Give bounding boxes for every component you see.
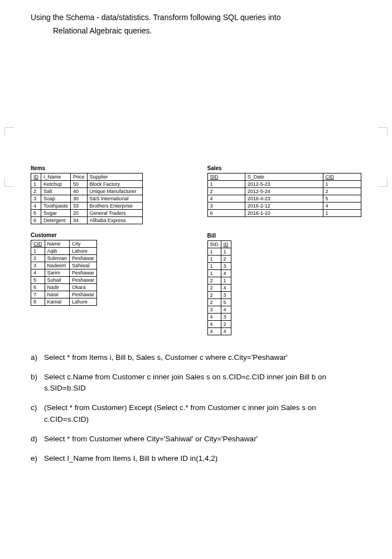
table-row: 42016-4-235 xyxy=(207,195,361,202)
question-label: b) xyxy=(31,372,44,395)
table-cell: 4 xyxy=(207,327,221,335)
col-header: S_Date xyxy=(245,173,323,180)
table-row: 62016-1-101 xyxy=(207,209,361,216)
table-row: 3Soap30S&S International xyxy=(31,195,143,202)
table-cell: 3 xyxy=(207,306,221,313)
question: d)Select * from Customer where City='Sah… xyxy=(31,433,361,445)
bill-header-row: SID ID xyxy=(207,240,231,248)
table-cell: 2 xyxy=(221,255,231,262)
bill-table: SID ID 111213142124232534434244 xyxy=(207,240,231,335)
table-cell: 1 xyxy=(221,248,231,255)
table-cell: Ketchup xyxy=(41,180,71,187)
table-cell: Peshawar xyxy=(70,291,97,298)
sales-header-row: SID S_Date CID xyxy=(207,173,361,180)
table-row: 1Ketchup50Block Factory xyxy=(31,180,143,187)
question-text: Select * from Items i, Bill b, Sales s, … xyxy=(44,352,361,364)
question: b)Select c.Name from Customer c inner jo… xyxy=(31,372,361,395)
customer-table: CID Name City 1AqibLahore2SulemanPeshawa… xyxy=(31,240,97,306)
table-cell: 34 xyxy=(71,216,88,224)
table-cell: 8 xyxy=(31,298,45,305)
table-cell: 2012-5-23 xyxy=(245,180,323,187)
table-row: 4Toothpaste33Brothers Enterprise xyxy=(31,202,143,209)
question-text: (Select * from Customer) Except (Select … xyxy=(44,402,361,426)
bill-table-title: Bill xyxy=(207,233,362,239)
table-row: 24 xyxy=(207,284,231,291)
table-cell: 2 xyxy=(207,291,221,298)
table-cell: Sahiwal xyxy=(70,262,97,269)
items-header-row: ID I_Name Price Supplier xyxy=(31,173,143,180)
items-table-title: Items xyxy=(31,165,185,171)
table-cell: 4 xyxy=(31,269,45,276)
table-cell: S&S International xyxy=(87,195,142,202)
table-cell: 20 xyxy=(71,209,88,216)
table-cell: 3 xyxy=(31,262,45,269)
intro-line-2: Relational Algebraic queries. xyxy=(31,25,361,38)
table-row: 43 xyxy=(207,313,231,320)
table-cell: General Traders xyxy=(87,209,142,216)
table-cell: 4 xyxy=(207,320,221,327)
table-row: 12012-5-231 xyxy=(207,180,361,187)
table-cell: Okara xyxy=(70,283,97,291)
table-cell: 1 xyxy=(207,180,245,187)
intro-line-1: Using the Schema - data/statistics. Tran… xyxy=(31,11,361,25)
table-cell: Nadeem xyxy=(45,262,70,269)
table-cell: 4 xyxy=(221,327,231,335)
table-row: 14 xyxy=(207,269,231,277)
table-row: 5Sugar20General Traders xyxy=(31,209,143,216)
document-page: Using the Schema - data/statistics. Tran… xyxy=(0,0,392,495)
table-row: 11 xyxy=(207,248,231,255)
col-header: Supplier xyxy=(87,173,142,180)
table-cell: 2016-2-12 xyxy=(245,202,323,209)
table-cell: 6 xyxy=(31,216,41,224)
col-header: Name xyxy=(45,240,70,247)
question-text: Select I_Name from Items I, Bill b where… xyxy=(44,453,361,465)
table-row: 22012-5-242 xyxy=(207,187,361,195)
table-cell: 33 xyxy=(71,202,88,209)
question-text: Select c.Name from Customer c inner join… xyxy=(44,372,361,395)
table-cell: Sohail xyxy=(45,276,70,283)
table-row: 3NadeemSahiwal xyxy=(31,262,97,269)
table-row: 12 xyxy=(207,255,231,262)
table-row: 4SarimPeshawar xyxy=(31,269,97,276)
table-cell: 1 xyxy=(207,269,221,277)
table-cell: 2 xyxy=(207,298,221,306)
crop-mark xyxy=(4,177,14,187)
table-cell: 5 xyxy=(221,298,231,306)
table-cell: 3 xyxy=(31,195,41,202)
question-label: a) xyxy=(31,352,44,364)
table-cell: Lahore xyxy=(70,298,97,305)
table-cell: 1 xyxy=(207,255,221,262)
table-cell: 6 xyxy=(207,209,245,216)
table-row: 42 xyxy=(207,320,231,327)
sales-table: SID S_Date CID 12012-5-23122012-5-242420… xyxy=(207,173,362,217)
table-cell: Salt xyxy=(41,187,71,195)
col-header: I_Name xyxy=(41,173,71,180)
intro-text: Using the Schema - data/statistics. Tran… xyxy=(31,11,361,38)
question-label: e) xyxy=(31,453,44,465)
table-row: 6Detergent34Alibaba Express xyxy=(31,216,143,224)
table-cell: 1 xyxy=(207,248,221,255)
table-cell: 2 xyxy=(207,284,221,291)
crop-mark xyxy=(4,127,14,137)
table-cell: Alibaba Express xyxy=(87,216,142,224)
schema-diagram: Items ID I_Name Price Supplier 1Ketchup5… xyxy=(31,161,361,335)
table-cell: Sarim xyxy=(45,269,70,276)
table-cell: Kamal xyxy=(45,298,70,305)
schema-left-column: Items ID I_Name Price Supplier 1Ketchup5… xyxy=(31,161,185,335)
col-header: CID xyxy=(326,174,335,180)
table-row: 32016-2-124 xyxy=(207,202,361,209)
table-cell: 3 xyxy=(207,202,245,209)
customer-table-title: Customer xyxy=(31,232,185,238)
table-cell: 2 xyxy=(323,187,361,195)
table-cell: 2 xyxy=(31,254,45,262)
schema-right-column: Sales SID S_Date CID 12012-5-23122012-5-… xyxy=(207,161,362,335)
table-cell: 2 xyxy=(221,320,231,327)
table-cell: 3 xyxy=(221,313,231,320)
table-cell: 1 xyxy=(31,247,45,254)
table-cell: 5 xyxy=(31,276,45,283)
table-cell: 4 xyxy=(31,202,41,209)
table-cell: 2 xyxy=(207,187,245,195)
table-cell: 50 xyxy=(71,180,88,187)
table-cell: Nasir xyxy=(45,291,70,298)
crop-mark xyxy=(378,127,388,137)
